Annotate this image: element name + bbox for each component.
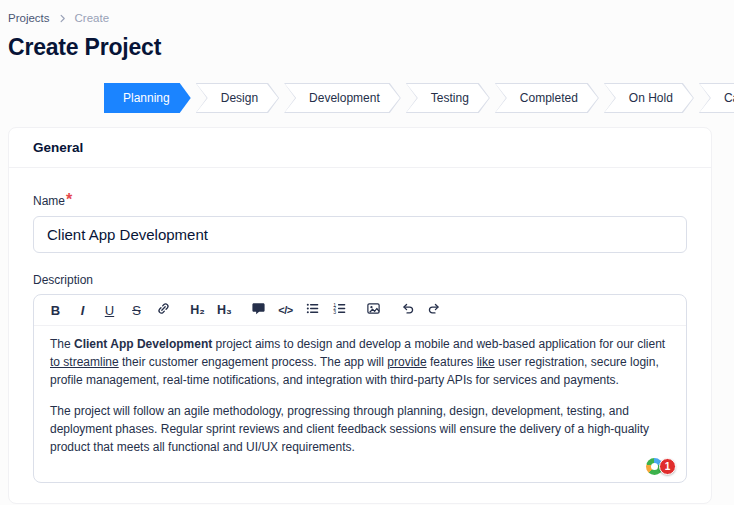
step-planning[interactable]: Planning — [104, 83, 191, 113]
project-status-stepper: Planning Design Development Testing Comp… — [104, 83, 712, 113]
step-label: Development — [284, 83, 401, 113]
link-icon — [156, 301, 171, 319]
name-label: Name — [33, 194, 65, 208]
description-label: Description — [33, 273, 687, 287]
step-testing[interactable]: Testing — [406, 83, 490, 113]
description-paragraph-2: The project will follow an agile methodo… — [50, 402, 670, 456]
project-name-input[interactable] — [33, 216, 687, 253]
breadcrumb: Projects Create — [8, 12, 712, 24]
step-label: Completed — [495, 83, 599, 113]
step-completed[interactable]: Completed — [495, 83, 599, 113]
heading2-button[interactable]: H₂ — [184, 297, 211, 323]
step-development[interactable]: Development — [284, 83, 401, 113]
section-title: General — [33, 140, 687, 155]
grammar-checker-widget: 1 — [646, 458, 676, 475]
undo-icon — [400, 301, 415, 319]
grammar-underlined-text: like — [477, 355, 495, 369]
general-card-header: General — [9, 128, 711, 168]
step-label: Design — [196, 83, 279, 113]
bold-button[interactable]: B — [42, 297, 69, 323]
step-label: On Hold — [604, 83, 694, 113]
comment-button[interactable] — [245, 297, 272, 323]
chevron-right-icon — [57, 13, 68, 24]
link-button[interactable] — [150, 297, 177, 323]
undo-button[interactable] — [394, 297, 421, 323]
bullet-list-icon — [305, 301, 320, 319]
image-icon — [366, 301, 381, 319]
description-rich-text-editor: B I U S H₂ H₃ </> — [33, 294, 687, 483]
ordered-list-icon: 123 — [332, 301, 347, 319]
step-cancelled[interactable]: Cancelled — [699, 83, 734, 113]
name-field-group: Name* — [33, 191, 687, 253]
underline-button[interactable]: U — [96, 297, 123, 323]
grammar-underlined-text: to streamline — [50, 355, 119, 369]
code-button[interactable]: </> — [272, 297, 299, 323]
svg-text:3: 3 — [333, 309, 336, 315]
editor-toolbar: B I U S H₂ H₃ </> — [34, 295, 686, 326]
step-design[interactable]: Design — [196, 83, 279, 113]
breadcrumb-current-create: Create — [75, 12, 110, 24]
description-paragraph-1: The Client App Development project aims … — [50, 335, 670, 389]
breadcrumb-link-projects[interactable]: Projects — [8, 12, 50, 24]
step-on-hold[interactable]: On Hold — [604, 83, 694, 113]
step-label: Planning — [104, 83, 191, 113]
comment-icon — [251, 301, 266, 319]
required-asterisk: * — [66, 191, 72, 208]
strikethrough-button[interactable]: S — [123, 297, 150, 323]
page-title: Create Project — [8, 33, 712, 61]
redo-icon — [427, 301, 442, 319]
general-card: General Name* Description B I U S H₂ H₃ — [8, 127, 712, 504]
grammar-error-count-badge[interactable]: 1 — [659, 458, 676, 475]
general-card-body: Name* Description B I U S H₂ H₃ — [9, 168, 711, 503]
italic-button[interactable]: I — [69, 297, 96, 323]
step-label: Testing — [406, 83, 490, 113]
step-label: Cancelled — [699, 83, 734, 113]
grammar-underlined-text: provide — [387, 355, 426, 369]
description-editor-content[interactable]: The Client App Development project aims … — [34, 326, 686, 482]
redo-button[interactable] — [421, 297, 448, 323]
create-project-page: Projects Create Create Project Planning … — [0, 0, 734, 505]
image-button[interactable] — [360, 297, 387, 323]
bullet-list-button[interactable] — [299, 297, 326, 323]
ordered-list-button[interactable]: 123 — [326, 297, 353, 323]
heading3-button[interactable]: H₃ — [211, 297, 238, 323]
